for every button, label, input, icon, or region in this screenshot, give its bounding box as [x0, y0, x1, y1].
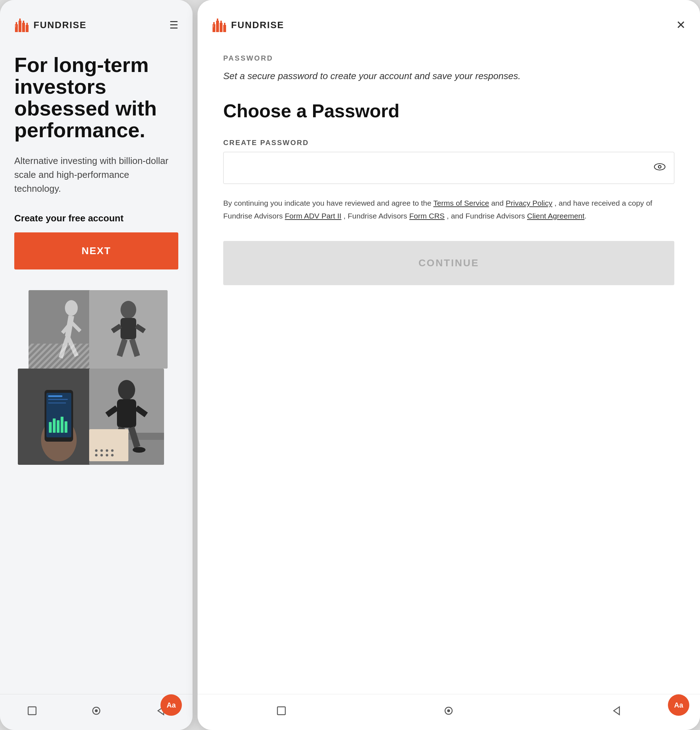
svg-rect-2 — [19, 21, 21, 32]
svg-rect-75 — [223, 25, 226, 32]
continue-button[interactable]: CONTINUE — [223, 241, 674, 285]
form-adv-link[interactable]: Form ADV Part II — [285, 212, 342, 220]
right-main-content: PASSWORD Set a secure password to create… — [197, 40, 700, 694]
svg-rect-28 — [121, 318, 136, 339]
password-input[interactable] — [223, 152, 674, 184]
legal-text-comma2: , Fundrise Advisors — [341, 212, 409, 220]
svg-rect-43 — [61, 417, 63, 433]
left-screen: FUNDRISE ☰ For long-term investors obses… — [0, 0, 193, 730]
svg-point-58 — [101, 449, 103, 452]
svg-rect-70 — [213, 22, 215, 25]
svg-rect-8 — [15, 25, 16, 26]
svg-rect-7 — [26, 23, 28, 26]
left-logo-text: FUNDRISE — [34, 20, 87, 31]
legal-text-period: . — [585, 212, 587, 220]
left-main-content: For long-term investors obsessed with pe… — [0, 40, 193, 694]
nav-square-icon[interactable] — [26, 704, 38, 717]
svg-rect-56 — [89, 429, 129, 461]
svg-rect-76 — [224, 23, 225, 26]
svg-point-81 — [659, 166, 661, 168]
hero-subtitle: Alternative investing with billion-dolla… — [14, 154, 178, 196]
svg-point-60 — [111, 449, 114, 452]
svg-rect-73 — [220, 23, 222, 32]
right-logo: FUNDRISE — [212, 17, 284, 33]
svg-rect-40 — [49, 422, 52, 433]
form-title: Choose a Password — [223, 100, 674, 121]
svg-point-20 — [65, 300, 78, 316]
svg-point-48 — [118, 380, 135, 400]
svg-rect-1 — [16, 22, 17, 25]
svg-rect-74 — [221, 21, 222, 23]
svg-point-62 — [101, 454, 103, 456]
right-screen: FUNDRISE ✕ PASSWORD Set a secure passwor… — [197, 0, 700, 730]
section-description: Set a secure password to create your acc… — [223, 69, 674, 83]
svg-rect-37 — [48, 395, 63, 397]
svg-rect-49 — [117, 399, 136, 428]
svg-rect-65 — [28, 707, 36, 715]
svg-point-57 — [95, 449, 98, 452]
svg-rect-38 — [48, 399, 68, 400]
privacy-policy-link[interactable]: Privacy Policy — [506, 199, 552, 207]
nav-circle-icon-right[interactable] — [442, 704, 455, 717]
svg-rect-4 — [22, 23, 25, 32]
client-agreement-link[interactable]: Client Agreement — [527, 212, 585, 220]
accessibility-button-left[interactable]: Aa — [161, 694, 182, 716]
legal-text-and1: and — [489, 199, 506, 207]
hamburger-icon[interactable]: ☰ — [170, 19, 178, 31]
create-account-label: Create your free account — [14, 213, 178, 224]
accessibility-button-right[interactable]: Aa — [668, 694, 689, 716]
terms-of-service-link[interactable]: Terms of Service — [433, 199, 489, 207]
svg-rect-71 — [216, 21, 219, 32]
hero-title: For long-term investors obsessed with pe… — [14, 54, 178, 141]
svg-point-55 — [133, 447, 146, 453]
svg-rect-39 — [48, 402, 66, 403]
svg-rect-42 — [57, 420, 60, 433]
svg-marker-85 — [614, 707, 620, 715]
nav-square-icon-right[interactable] — [275, 704, 288, 717]
left-logo: FUNDRISE — [14, 17, 87, 33]
svg-point-61 — [95, 454, 98, 456]
svg-rect-3 — [19, 19, 21, 21]
svg-rect-41 — [53, 419, 56, 433]
svg-rect-77 — [213, 25, 213, 26]
svg-point-67 — [95, 709, 98, 712]
svg-point-63 — [106, 454, 108, 456]
svg-rect-6 — [26, 25, 29, 32]
svg-rect-5 — [23, 21, 24, 23]
nav-circle-icon[interactable] — [90, 704, 103, 717]
collage-image-2 — [89, 290, 168, 369]
svg-rect-82 — [278, 707, 285, 715]
legal-text-comma3: , and Fundrise Advisors — [445, 212, 527, 220]
svg-point-64 — [111, 454, 114, 456]
legal-text-before: By continuing you indicate you have revi… — [223, 199, 433, 207]
svg-rect-44 — [64, 421, 67, 433]
nav-back-icon-right[interactable] — [610, 704, 623, 717]
show-password-icon[interactable] — [654, 162, 666, 174]
fundrise-logo-icon-right — [212, 17, 228, 33]
right-logo-text: FUNDRISE — [231, 20, 284, 31]
next-button[interactable]: NEXT — [14, 232, 178, 270]
password-field-container — [223, 152, 674, 184]
collage-image-3 — [18, 369, 100, 465]
svg-rect-72 — [217, 19, 218, 21]
collage-accent-box — [89, 429, 129, 461]
svg-point-59 — [106, 449, 108, 452]
svg-rect-9 — [15, 26, 16, 27]
close-icon[interactable]: ✕ — [676, 18, 686, 32]
section-label: PASSWORD — [223, 54, 674, 62]
fundrise-logo-icon — [14, 17, 30, 33]
legal-text: By continuing you indicate you have revi… — [223, 197, 674, 222]
svg-point-27 — [121, 301, 136, 319]
svg-rect-78 — [213, 26, 213, 27]
image-collage — [14, 290, 178, 469]
svg-point-84 — [447, 709, 450, 712]
left-header: FUNDRISE ☰ — [0, 0, 193, 40]
field-label: CREATE PASSWORD — [223, 139, 674, 147]
form-crs-link[interactable]: Form CRS — [409, 212, 445, 220]
right-bottom-nav — [197, 694, 700, 730]
right-header: FUNDRISE ✕ — [197, 0, 700, 40]
